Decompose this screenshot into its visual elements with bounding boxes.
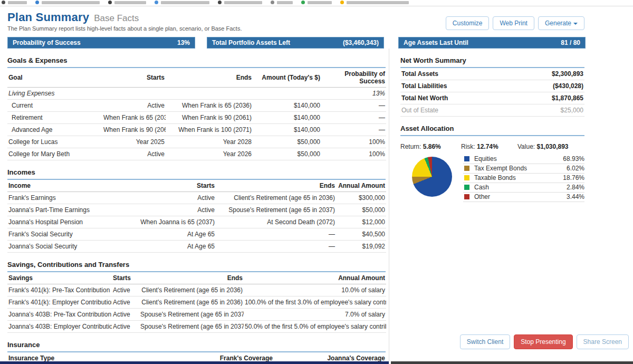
caret-down-icon bbox=[573, 23, 578, 25]
window-edge-right bbox=[391, 361, 633, 364]
table-row: Joanna's 403B: Employer ContributionActi… bbox=[7, 321, 386, 333]
bookmark-label-placeholder bbox=[42, 1, 100, 4]
column-header: Annual Amount bbox=[336, 180, 386, 192]
stat-bar-probability: Probability of Success 13% bbox=[7, 37, 195, 49]
bookmark-item[interactable] bbox=[340, 1, 409, 4]
legend-swatch-icon bbox=[464, 156, 469, 161]
table-row: Total Assets$2,300,893 bbox=[400, 68, 584, 80]
legend-label: Tax Exempt Bonds bbox=[474, 165, 567, 172]
table-row: College for Mary BethActiveYear 2026$50,… bbox=[7, 148, 386, 160]
column-header: Starts bbox=[102, 68, 166, 88]
table-row: CurrentActiveWhen Frank is 65 (2036)$140… bbox=[7, 100, 386, 112]
legend-label: Taxable Bonds bbox=[474, 174, 563, 181]
table-row: Frank's 401(k): Pre-Tax ContributionActi… bbox=[7, 284, 386, 296]
allocation-chart-area: Equities68.93%Tax Exempt Bonds6.02%Taxab… bbox=[400, 155, 584, 202]
legend-swatch-icon bbox=[464, 166, 469, 171]
page-header: Plan Summary Base Facts The Plan Summary… bbox=[0, 6, 633, 32]
table-row: Living Expenses13% bbox=[7, 88, 386, 100]
legend-value: 3.44% bbox=[567, 193, 584, 200]
browser-bookmarks-bar bbox=[0, 0, 633, 6]
header-button-group: Customize Web Print Generate bbox=[446, 16, 584, 30]
favicon-icon bbox=[35, 1, 39, 4]
share-screen-button[interactable]: Share Screen bbox=[577, 334, 629, 349]
column-header: Starts bbox=[126, 180, 216, 192]
table-row: Advanced AgeWhen Frank is 90 (2061)When … bbox=[7, 124, 386, 136]
stat-bar-portfolio-assets: Total Portfolio Assets Left ($3,460,343) bbox=[207, 37, 384, 49]
legend-item: Other3.44% bbox=[463, 193, 584, 202]
customize-button[interactable]: Customize bbox=[446, 16, 490, 30]
goals-table: Goal Starts Ends Amount (Today's $) Prob… bbox=[7, 68, 386, 160]
column-header: Savings bbox=[7, 272, 112, 284]
bookmark-item[interactable] bbox=[35, 1, 100, 4]
bookmark-item[interactable] bbox=[218, 1, 262, 4]
bookmark-item[interactable] bbox=[301, 1, 332, 4]
insurance-section-title: Insurance bbox=[7, 341, 386, 352]
net-worth-table: Total Assets$2,300,893Total Liabilities(… bbox=[400, 68, 584, 117]
favicon-icon bbox=[340, 1, 344, 4]
table-row: Joanna's Hospital PensionWhen Joanna is … bbox=[7, 216, 386, 228]
bookmark-item[interactable] bbox=[108, 1, 146, 4]
value-stat: Value: $1,030,893 bbox=[517, 143, 569, 150]
legend-value: 18.76% bbox=[563, 174, 584, 181]
legend-value: 6.02% bbox=[567, 165, 584, 172]
favicon-icon bbox=[155, 1, 158, 4]
favicon-icon bbox=[271, 1, 274, 4]
favicon-icon bbox=[2, 1, 5, 4]
table-row: Frank's EarningsActiveClient's Retiremen… bbox=[7, 192, 386, 204]
stat-bars: Probability of Success 13% Total Portfol… bbox=[0, 37, 633, 49]
table-row: Joanna's 403B: Pre-Tax ContributionActiv… bbox=[7, 309, 386, 321]
page-subtitle: Base Facts bbox=[94, 13, 139, 24]
table-row: RetirementWhen Frank is 65 (2036)When Fr… bbox=[7, 112, 386, 124]
page-title: Plan Summary bbox=[7, 11, 89, 24]
column-header: Starts bbox=[112, 272, 139, 284]
web-print-button[interactable]: Web Print bbox=[493, 16, 534, 30]
legend-item: Cash2.84% bbox=[463, 183, 584, 193]
favicon-icon bbox=[301, 1, 305, 4]
legend-value: 68.93% bbox=[563, 155, 584, 162]
favicon-icon bbox=[108, 1, 112, 4]
table-row: Joanna's Social SecurityAt Age 65—$19,09… bbox=[7, 241, 386, 253]
incomes-table: Income Starts Ends Annual Amount Frank's… bbox=[7, 180, 386, 253]
column-header: Ends bbox=[216, 180, 336, 192]
legend-label: Cash bbox=[474, 184, 567, 191]
column-header: Ends bbox=[139, 272, 244, 284]
legend-item: Tax Exempt Bonds6.02% bbox=[463, 164, 584, 174]
column-header: Goal bbox=[7, 68, 102, 88]
switch-client-button[interactable]: Switch Client bbox=[460, 334, 510, 349]
column-header: Amount (Today's $) bbox=[253, 68, 321, 88]
column-header: Annual Amount bbox=[244, 272, 386, 284]
incomes-section-title: Incomes bbox=[7, 168, 386, 180]
bookmark-item[interactable] bbox=[271, 1, 293, 4]
column-header: Income bbox=[7, 180, 126, 192]
legend-swatch-icon bbox=[464, 175, 469, 180]
table-row: Frank's Social SecurityAt Age 65—$40,500 bbox=[7, 228, 386, 241]
stat-value: 13% bbox=[177, 39, 190, 46]
allocation-stats: Return: 5.86% Risk: 12.74% Value: $1,030… bbox=[400, 143, 584, 150]
bookmark-label-placeholder bbox=[224, 1, 262, 4]
bookmark-label-placeholder bbox=[308, 1, 332, 4]
stat-bar-age-assets: Age Assets Last Until 81 / 80 bbox=[398, 37, 586, 49]
bookmark-label-placeholder bbox=[114, 1, 146, 4]
generate-button[interactable]: Generate bbox=[538, 16, 584, 30]
stat-value: ($3,460,343) bbox=[343, 39, 379, 46]
table-row: Joanna's Part-Time EarningsActiveSpouse'… bbox=[7, 204, 386, 216]
savings-section-title: Savings, Contributions and Transfers bbox=[7, 261, 386, 272]
right-column: Net Worth Summary Total Assets$2,300,893… bbox=[389, 49, 633, 364]
favicon-icon bbox=[218, 1, 222, 4]
legend-item: Equities68.93% bbox=[463, 155, 584, 164]
risk-stat: Risk: 12.74% bbox=[461, 143, 517, 150]
stat-value: 81 / 80 bbox=[561, 39, 580, 46]
bookmark-label-placeholder bbox=[277, 1, 293, 4]
table-row: Total Net Worth$1,870,865 bbox=[400, 92, 584, 104]
asset-allocation-legend: Equities68.93%Tax Exempt Bonds6.02%Taxab… bbox=[463, 155, 584, 202]
presentation-button-group: Switch Client Stop Presenting Share Scre… bbox=[460, 334, 629, 349]
stop-presenting-button[interactable]: Stop Presenting bbox=[514, 334, 572, 349]
table-row: Frank's 401(k): Employer ContributionAct… bbox=[7, 296, 386, 309]
table-row: Total Liabilities($430,028) bbox=[400, 80, 584, 92]
asset-allocation-pie-chart bbox=[412, 157, 452, 197]
legend-swatch-icon bbox=[464, 194, 469, 199]
bookmark-item[interactable] bbox=[155, 1, 209, 4]
bookmark-item[interactable] bbox=[2, 1, 27, 4]
return-stat: Return: 5.86% bbox=[400, 143, 461, 150]
legend-label: Equities bbox=[474, 155, 563, 162]
